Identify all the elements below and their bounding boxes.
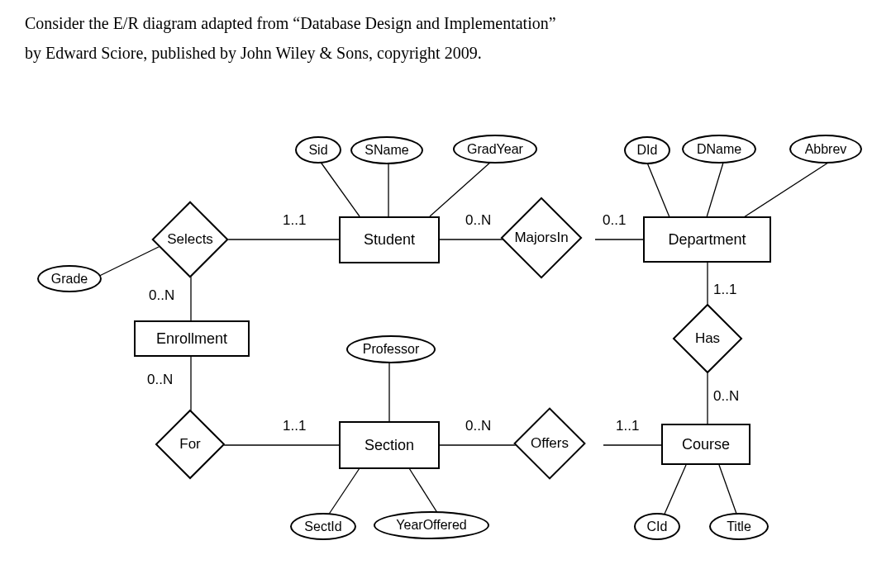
attr-sname: SName (350, 136, 423, 164)
attr-cid: CId (634, 513, 680, 540)
attr-dname: DName (682, 135, 756, 164)
attr-professor-label: Professor (363, 342, 419, 357)
attr-grade: Grade (37, 265, 102, 292)
rel-selects-label: Selects (167, 231, 213, 248)
card-selects-enrollment: 0..N (149, 287, 174, 304)
entity-enrollment-label: Enrollment (156, 330, 227, 348)
attr-cid-label: CId (647, 519, 668, 534)
entity-course-label: Course (682, 436, 730, 453)
card-enrollment-for: 0..N (147, 372, 173, 388)
attr-abbrev: Abbrev (789, 135, 862, 164)
rel-for: For (165, 420, 215, 469)
card-student-majorsin: 0..N (465, 212, 491, 229)
attr-yearoffered-label: YearOffered (396, 518, 466, 533)
entity-department-label: Department (668, 231, 746, 249)
entity-student: Student (339, 216, 440, 263)
card-department-has: 1..1 (713, 282, 736, 298)
attr-title: Title (709, 513, 769, 540)
attr-professor: Professor (346, 335, 436, 363)
entity-department: Department (643, 216, 771, 263)
rel-offers-label: Offers (531, 435, 569, 452)
card-majorsin-department: 0..1 (603, 212, 626, 229)
attr-did-label: DId (637, 143, 658, 158)
rel-offers: Offers (524, 418, 575, 469)
attr-sname-label: SName (365, 143, 408, 158)
attr-sid-label: Sid (308, 143, 327, 158)
rel-has: Has (683, 314, 732, 363)
entity-course: Course (661, 424, 750, 465)
attr-title-label: Title (727, 519, 751, 534)
attr-yearoffered: YearOffered (374, 511, 489, 539)
rel-for-label: For (179, 436, 201, 453)
attr-abbrev-label: Abbrev (805, 142, 847, 157)
rel-majorsin-label: MajorsIn (514, 230, 568, 246)
rel-has-label: Has (695, 330, 720, 347)
attr-grade-label: Grade (51, 272, 88, 287)
card-section-offers: 0..N (465, 418, 491, 434)
entity-section-label: Section (365, 437, 414, 454)
attr-did: DId (624, 136, 670, 164)
entity-student-label: Student (364, 231, 415, 249)
attr-dname-label: DName (697, 142, 741, 157)
card-selects-student: 1..1 (283, 212, 306, 229)
attr-gradyear-label: GradYear (467, 142, 523, 157)
attr-gradyear: GradYear (453, 135, 537, 164)
rel-majorsin: MajorsIn (512, 209, 570, 267)
entity-section: Section (339, 421, 440, 469)
attr-sectid-label: SectId (304, 519, 341, 534)
entity-enrollment: Enrollment (134, 320, 250, 357)
rel-selects: Selects (163, 212, 217, 267)
card-for-section: 1..1 (283, 418, 306, 434)
attr-sid: Sid (295, 136, 341, 164)
card-has-course: 0..N (713, 388, 739, 405)
attr-sectid: SectId (290, 513, 356, 540)
card-offers-course: 1..1 (616, 418, 639, 434)
